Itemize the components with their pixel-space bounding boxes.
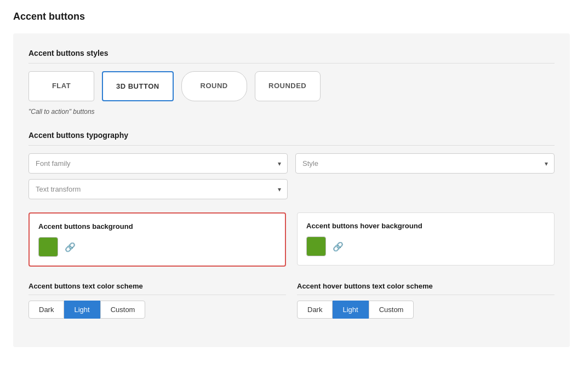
- accent-bg-link-icon[interactable]: 🔗: [62, 240, 78, 255]
- accent-hover-bg-box: Accent buttons hover background 🔗: [297, 212, 555, 266]
- accent-hover-text-scheme-dark-btn[interactable]: Dark: [297, 301, 333, 319]
- page-container: Accent buttons Accent buttons styles FLA…: [0, 0, 583, 358]
- accent-hover-text-scheme-col: Accent hover buttons text color scheme D…: [297, 282, 555, 319]
- accent-hover-bg-swatch-row: 🔗: [306, 237, 545, 256]
- typography-section: Accent buttons typography Font family ▾ …: [28, 131, 555, 199]
- accent-bg-swatch[interactable]: [38, 237, 58, 257]
- accent-hover-bg-swatch[interactable]: [306, 237, 326, 256]
- accent-text-scheme-title: Accent buttons text color scheme: [28, 282, 286, 295]
- font-family-select[interactable]: Font family: [28, 153, 288, 174]
- styles-section: Accent buttons styles FLAT 3D BUTTON ROU…: [28, 49, 555, 116]
- selects-row-top: Font family ▾ Style ▾: [28, 153, 555, 174]
- text-transform-select[interactable]: Text transform: [28, 179, 288, 199]
- style-option-flat[interactable]: FLAT: [28, 71, 94, 101]
- accent-text-scheme-custom-btn[interactable]: Custom: [100, 301, 146, 319]
- color-scheme-section: Accent buttons text color scheme Dark Li…: [28, 278, 555, 319]
- accent-bg-col: Accent buttons background 🔗: [28, 212, 286, 267]
- style-option-rounded[interactable]: ROUNDED: [255, 71, 321, 101]
- accent-bg-box: Accent buttons background 🔗: [28, 212, 286, 267]
- style-wrapper: Style ▾: [295, 153, 555, 174]
- accent-hover-bg-title: Accent buttons hover background: [306, 222, 545, 230]
- style-option-3d[interactable]: 3D BUTTON: [102, 71, 174, 101]
- accent-hover-text-scheme-title: Accent hover buttons text color scheme: [297, 282, 555, 295]
- styles-section-title: Accent buttons styles: [28, 49, 555, 64]
- accent-hover-bg-col: Accent buttons hover background 🔗: [297, 212, 555, 267]
- accent-text-scheme-light-btn[interactable]: Light: [64, 301, 100, 319]
- accent-hover-text-scheme-buttons: Dark Light Custom: [297, 301, 555, 319]
- accent-text-scheme-buttons: Dark Light Custom: [28, 301, 286, 319]
- accent-bg-swatch-row: 🔗: [38, 237, 276, 257]
- style-option-round[interactable]: ROUND: [181, 71, 247, 101]
- accent-text-scheme-dark-btn[interactable]: Dark: [28, 301, 64, 319]
- text-transform-wrapper: Text transform ▾: [28, 179, 288, 199]
- style-select[interactable]: Style: [295, 153, 555, 174]
- typography-section-title: Accent buttons typography: [28, 131, 555, 146]
- button-styles-grid: FLAT 3D BUTTON ROUND ROUNDED: [28, 71, 555, 101]
- font-family-wrapper: Font family ▾: [28, 153, 288, 174]
- accent-hover-text-scheme-light-btn[interactable]: Light: [333, 301, 368, 319]
- accent-text-scheme-col: Accent buttons text color scheme Dark Li…: [28, 282, 286, 319]
- main-panel: Accent buttons styles FLAT 3D BUTTON ROU…: [13, 33, 570, 347]
- accent-bg-title: Accent buttons background: [38, 222, 276, 230]
- cta-note: "Call to action" buttons: [28, 108, 555, 116]
- accent-hover-text-scheme-custom-btn[interactable]: Custom: [369, 301, 414, 319]
- accent-hover-bg-link-icon[interactable]: 🔗: [330, 239, 346, 254]
- page-title: Accent buttons: [13, 11, 570, 22]
- background-section: Accent buttons background 🔗 Accent butto…: [28, 212, 555, 267]
